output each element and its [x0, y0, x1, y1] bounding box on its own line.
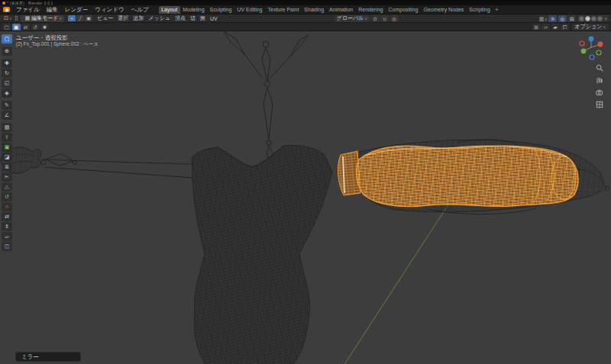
- tool-add-cube[interactable]: ▧: [2, 123, 12, 132]
- material-shading-button[interactable]: [591, 16, 596, 21]
- transform-option-icon-3[interactable]: ▰: [551, 24, 560, 31]
- tool-cursor[interactable]: ⊕: [2, 47, 12, 56]
- tool-scale[interactable]: ◱: [2, 79, 12, 88]
- tool-shrink-fatten[interactable]: ⇕: [2, 222, 12, 231]
- tool-edge-slide[interactable]: ⇄: [2, 212, 12, 221]
- overlays-toggle-icon[interactable]: ◍: [558, 15, 567, 22]
- tool-loop-cut[interactable]: ≣: [2, 163, 12, 172]
- gizmo-x-neg[interactable]: [580, 41, 584, 46]
- navigation-gizmo[interactable]: [577, 34, 605, 61]
- operator-panel[interactable]: ミラー: [15, 352, 81, 362]
- blender-window: * (未保存) - Blender 3.0.1 ファイル 編集 レンダー ウィン…: [0, 0, 611, 364]
- visibility-dropdown-icon[interactable]: ▥∨: [539, 15, 548, 22]
- camera-view-icon[interactable]: [594, 87, 604, 97]
- tab-scripting[interactable]: Scripting: [467, 6, 493, 14]
- blender-menu-icon[interactable]: [3, 7, 10, 12]
- chevron-down-icon: ∨: [603, 24, 606, 29]
- tool-extrude-region[interactable]: ⇧: [2, 133, 12, 142]
- tab-uv-editing[interactable]: UV Editing: [234, 6, 265, 14]
- face-select-button[interactable]: ▣: [85, 15, 92, 21]
- menu-mesh[interactable]: メッシュ: [146, 14, 173, 22]
- tool-rotate-icon[interactable]: ↺: [31, 24, 40, 31]
- new-view-icon[interactable]: ▯: [14, 15, 20, 21]
- editor-type-icon[interactable]: ⊡∨: [2, 15, 14, 21]
- menu-file[interactable]: ファイル: [13, 5, 43, 14]
- gizmo-z-axis[interactable]: [589, 37, 594, 42]
- chevron-down-icon: ∨: [59, 16, 62, 21]
- gizmo-z-neg[interactable]: [590, 55, 594, 60]
- options-dropdown[interactable]: オプション ∨: [572, 24, 609, 31]
- gizmo-y-neg[interactable]: [596, 50, 601, 55]
- tool-annotate[interactable]: ✎: [2, 101, 12, 110]
- menu-window[interactable]: ウィンドウ: [92, 5, 127, 14]
- zoom-icon[interactable]: [594, 63, 604, 72]
- menu-vertex[interactable]: 頂点: [173, 14, 188, 22]
- scene-canvas[interactable]: [0, 31, 611, 364]
- tool-rip-region[interactable]: ◫: [2, 242, 12, 251]
- tab-rendering[interactable]: Rendering: [356, 6, 386, 14]
- tool-bevel[interactable]: ◪: [2, 153, 12, 162]
- options-label: オプション: [575, 23, 603, 31]
- add-workspace-button[interactable]: +: [493, 6, 501, 13]
- gizmos-toggle-icon[interactable]: ⊕: [548, 15, 557, 22]
- tab-shading[interactable]: Shading: [302, 6, 327, 14]
- mirror-x-toggle-icon[interactable]: ⇄: [21, 24, 30, 31]
- tab-layout[interactable]: Layout: [159, 6, 180, 14]
- tool-preset-icon[interactable]: ▣: [12, 24, 21, 31]
- tool-shear[interactable]: ▱: [2, 232, 12, 241]
- transform-option-icon-4[interactable]: ⧠: [561, 24, 569, 31]
- 3d-viewport[interactable]: ▢ ⊕ ✚ ↻ ◱ ◈ ✎ ∠ ▧ ⇧ ▣ ◪ ≣ ✂ △ ↺ ∩ ⇄ ⇕ ▱ …: [0, 31, 611, 364]
- tool-spin[interactable]: ↺: [2, 192, 12, 201]
- selected-sleeve-mesh[interactable]: [338, 146, 579, 207]
- tool-measure[interactable]: ∠: [2, 111, 12, 120]
- tool-transform[interactable]: ◈: [2, 89, 12, 98]
- menu-view[interactable]: ビュー: [95, 14, 115, 22]
- edge-select-button[interactable]: ╱: [76, 15, 84, 21]
- transform-option-icon-1[interactable]: ⊞: [532, 24, 541, 31]
- menu-add[interactable]: 追加: [131, 14, 146, 22]
- proportional-editing-icon[interactable]: ◎: [390, 15, 399, 22]
- tool-poly-build[interactable]: △: [2, 182, 12, 192]
- snap-magnet-icon[interactable]: ∪: [380, 15, 389, 22]
- tool-smooth[interactable]: ∩: [2, 202, 12, 211]
- tool-select-box[interactable]: ▢: [2, 34, 12, 43]
- xray-toggle-icon[interactable]: ▤: [567, 15, 576, 22]
- gizmo-x-axis[interactable]: [598, 42, 603, 47]
- tab-modeling[interactable]: Modeling: [180, 6, 207, 14]
- solid-shading-button[interactable]: [585, 16, 590, 21]
- torso-wireframe[interactable]: [192, 146, 332, 364]
- transform-option-icon-2[interactable]: ▱: [541, 24, 550, 31]
- tool-gear-icon[interactable]: ✱: [40, 24, 49, 31]
- wireframe-shading-button[interactable]: [579, 16, 584, 21]
- shading-mode-group: ∨: [577, 15, 609, 22]
- rendered-shading-button[interactable]: [597, 16, 603, 21]
- tab-texture-paint[interactable]: Texture Paint: [265, 6, 302, 14]
- tab-compositing[interactable]: Compositing: [386, 6, 421, 14]
- tool-settings-bar: ▢ ▣ ⇄ ↺ ✱ ⊞ ▱ ▰ ⧠ オプション ∨: [0, 23, 611, 31]
- tool-move[interactable]: ✚: [2, 59, 12, 68]
- tool-knife[interactable]: ✂: [2, 172, 12, 182]
- menu-face[interactable]: 面: [198, 14, 208, 22]
- operator-panel-label: ミラー: [21, 353, 39, 361]
- tab-geometry-nodes[interactable]: Geometry Nodes: [421, 6, 467, 14]
- menu-edge[interactable]: 辺: [188, 14, 198, 22]
- menu-help[interactable]: ヘルプ: [128, 5, 152, 14]
- pan-hand-icon[interactable]: [594, 75, 604, 85]
- chevron-down-icon: ∨: [364, 16, 367, 21]
- orientation-dropdown[interactable]: グローバル ∨: [335, 15, 370, 22]
- vertex-select-button[interactable]: •: [68, 15, 76, 21]
- menu-select[interactable]: 選択: [115, 14, 131, 22]
- menu-render[interactable]: レンダー: [62, 5, 92, 14]
- tab-animation[interactable]: Animation: [327, 6, 356, 14]
- ortho-toggle-icon[interactable]: [594, 99, 604, 109]
- tool-rotate[interactable]: ↻: [2, 69, 12, 78]
- active-tool-icon[interactable]: ▢: [2, 24, 11, 31]
- menu-edit[interactable]: 編集: [44, 5, 61, 14]
- menu-uv[interactable]: UV: [208, 16, 220, 21]
- mode-dropdown[interactable]: ▦ 編集モード ∨: [21, 15, 64, 22]
- tool-inset-faces[interactable]: ▣: [2, 143, 12, 152]
- viewport-header: ⊡∨ ▯ ▦ 編集モード ∨ • ╱ ▣ ビュー 選択 追加 メッシュ 頂点 辺…: [0, 14, 611, 23]
- pivot-point-icon[interactable]: ⊙: [371, 15, 380, 22]
- gizmo-y-axis[interactable]: [581, 49, 587, 54]
- tab-sculpting[interactable]: Sculpting: [207, 6, 234, 14]
